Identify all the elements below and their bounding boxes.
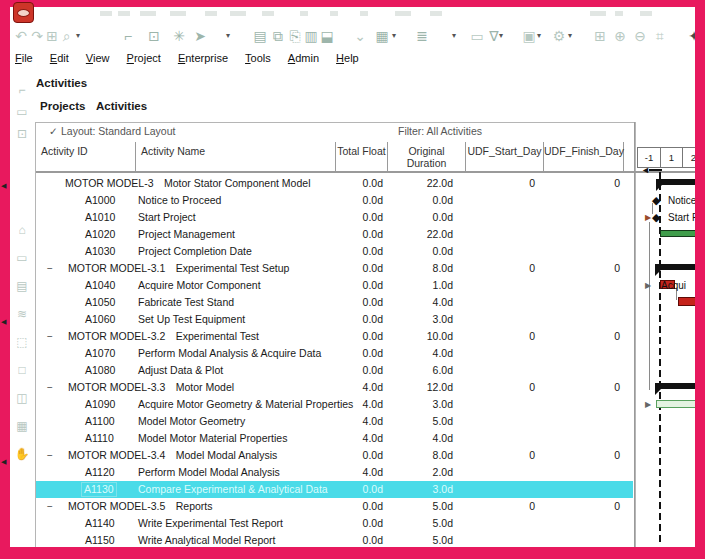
menu-admin[interactable]: Admin: [288, 52, 319, 64]
activities-icon[interactable]: ▭: [13, 250, 31, 266]
dropdown-caret-icon[interactable]: ▾: [568, 31, 572, 40]
expenses-icon[interactable]: ≋: [13, 306, 31, 322]
resource-icon[interactable]: ⊞: [592, 26, 608, 46]
gantt-summary-bar[interactable]: [656, 179, 697, 185]
pointer-icon[interactable]: ➤: [192, 26, 208, 46]
tab-projects[interactable]: Projects: [40, 100, 85, 112]
gantt-summary-bar[interactable]: [655, 383, 697, 389]
column-header-activity-id[interactable]: Activity ID: [36, 142, 136, 171]
bars-icon[interactable]: ≣: [414, 26, 430, 46]
table-gantt-splitter[interactable]: [634, 122, 635, 547]
box-icon[interactable]: ▭: [469, 26, 485, 46]
table-row[interactable]: A1040Acquire Motor Component0.0d1.0d: [36, 277, 633, 294]
assign-icon[interactable]: ⊡: [146, 26, 162, 46]
redo-icon[interactable]: ↷: [29, 26, 45, 46]
report-icon[interactable]: ▥: [303, 26, 319, 46]
dropdown-caret-icon[interactable]: ▾: [76, 31, 80, 40]
table-row[interactable]: A1120Perform Model Modal Analysis4.0d2.0…: [36, 464, 633, 481]
table-row[interactable]: A1090Acquire Motor Geometry & Material P…: [36, 396, 633, 413]
dropdown-caret-icon[interactable]: ▾: [226, 31, 230, 40]
column-header-original-duration[interactable]: Original Duration: [388, 142, 466, 171]
projects-icon[interactable]: ⌐: [13, 82, 31, 98]
menu-enterprise[interactable]: Enterprise: [178, 52, 228, 64]
table-row[interactable]: A1140Write Experimental Test Report0.0d5…: [36, 515, 633, 532]
collapse-arrow-icon[interactable]: ◀: [1, 182, 9, 190]
undo-icon[interactable]: ↶: [13, 26, 29, 46]
group-row[interactable]: −MOTOR MODEL-3 Motor Stator Component Mo…: [36, 175, 633, 192]
collapse-icon[interactable]: −: [45, 260, 55, 277]
table-row[interactable]: A1020Project Management0.0d22.0d: [36, 226, 633, 243]
tab-activities[interactable]: Activities: [96, 100, 147, 112]
table-row[interactable]: A1000Notice to Proceed0.0d0.0d: [36, 192, 633, 209]
group-row[interactable]: −MOTOR MODEL-3.3 Motor Model4.0d12.0d00: [36, 379, 633, 396]
column-header-activity-name[interactable]: Activity Name: [136, 142, 336, 171]
column-header-total-float[interactable]: Total Float: [336, 142, 388, 171]
corner-icon[interactable]: ⌐: [120, 26, 136, 46]
layout-options-bar[interactable]: ✓ Layout: Standard Layout Filter: All Ac…: [35, 122, 634, 141]
zoom-out-icon[interactable]: ⊖: [632, 26, 648, 46]
dropdown-caret-icon[interactable]: ▾: [537, 31, 541, 40]
gantt-summary-bar[interactable]: [655, 264, 697, 270]
table-row[interactable]: A1070Perform Modal Analysis & Acquire Da…: [36, 345, 633, 362]
paste-icon[interactable]: ⎘: [287, 26, 303, 46]
window-icon[interactable]: ▤: [252, 26, 268, 46]
resources-icon[interactable]: ▭: [13, 104, 31, 120]
table-row[interactable]: A1110Model Motor Material Properties4.0d…: [36, 430, 633, 447]
collapse-arrow-icon[interactable]: ◀: [1, 458, 9, 466]
column-header-udf-start-day[interactable]: UDF_Start_Day: [466, 142, 544, 171]
menu-tools[interactable]: Tools: [245, 52, 271, 64]
column-header-udf-finish-day[interactable]: UDF_Finish_Day: [544, 142, 624, 171]
dropdown-caret-icon[interactable]: ▾: [499, 31, 503, 40]
star-icon[interactable]: ✳: [171, 26, 187, 46]
home-icon[interactable]: ⌂: [13, 222, 31, 238]
group-row[interactable]: −MOTOR MODEL-3.4 Model Modal Analysis0.0…: [36, 447, 633, 464]
dropdown-caret-icon[interactable]: ▾: [452, 31, 456, 40]
collapse-icon[interactable]: −: [45, 498, 55, 515]
zoom-in-icon[interactable]: ⊕: [612, 26, 628, 46]
timescale-cell[interactable]: 1: [660, 147, 683, 168]
print-icon[interactable]: ⬓: [319, 26, 335, 46]
schedule-icon[interactable]: ▦: [374, 26, 390, 46]
table-row[interactable]: A1050Fabricate Test Stand0.0d4.0d: [36, 294, 633, 311]
table-row[interactable]: A1030Project Completion Date0.0d0.0d: [36, 243, 633, 260]
gantt-task-bar[interactable]: [656, 400, 697, 408]
menu-project[interactable]: Project: [127, 52, 161, 64]
collapse-icon[interactable]: −: [45, 447, 55, 464]
gantt-milestone-icon[interactable]: ◆: [652, 211, 660, 223]
thresholds-icon[interactable]: ⬚: [13, 334, 31, 350]
add-icon[interactable]: ⊞: [44, 26, 60, 46]
collapse-icon[interactable]: −: [36, 175, 37, 192]
total-float-value: 0.0d: [321, 175, 383, 192]
menu-file[interactable]: File: [15, 52, 33, 64]
gantt-milestone-icon[interactable]: ◆: [652, 194, 660, 206]
feedback-icon[interactable]: ✋: [13, 446, 31, 462]
group-row[interactable]: −MOTOR MODEL-3.2 Experimental Test0.0d10…: [36, 328, 633, 345]
collapse-icon[interactable]: −: [45, 328, 55, 345]
table-row[interactable]: A1060Set Up Test Equipment0.0d3.0d: [36, 311, 633, 328]
group-icon[interactable]: ▣: [521, 26, 537, 46]
dropdown-caret-icon[interactable]: ▾: [392, 31, 396, 40]
copy-icon[interactable]: ⧉: [270, 26, 286, 46]
group-row[interactable]: −MOTOR MODEL-3.1 Experimental Test Setup…: [36, 260, 633, 277]
table-row[interactable]: A1150Write Analytical Model Report0.0d5.…: [36, 532, 633, 547]
gantt-task-bar[interactable]: [660, 230, 697, 237]
collapse-icon[interactable]: ⌄: [352, 26, 368, 46]
table-row[interactable]: A1010Start Project0.0d0.0d: [36, 209, 633, 226]
table-row[interactable]: A1100Model Motor Geometry4.0d5.0d: [36, 413, 633, 430]
menu-view[interactable]: View: [86, 52, 110, 64]
search-icon[interactable]: ⌕: [59, 26, 75, 46]
issues-icon[interactable]: □: [13, 362, 31, 378]
risks-icon[interactable]: ◫: [13, 390, 31, 406]
collapse-arrow-icon[interactable]: ◀: [1, 318, 9, 326]
table-row[interactable]: A1080Adjust Data & Plot0.0d6.0d: [36, 362, 633, 379]
collapse-icon[interactable]: −: [45, 379, 55, 396]
fit-icon[interactable]: ⌗: [652, 26, 668, 46]
group-row[interactable]: −MOTOR MODEL-3.5 Reports0.0d5.0d00: [36, 498, 633, 515]
tools-icon[interactable]: ⚙: [551, 26, 567, 46]
table-row[interactable]: A1130Compare Experimental & Analytical D…: [36, 481, 633, 498]
menu-help[interactable]: Help: [336, 52, 359, 64]
reports-icon[interactable]: ⊡: [13, 126, 31, 142]
documents-icon[interactable]: ▦: [13, 418, 31, 434]
menu-edit[interactable]: Edit: [50, 52, 69, 64]
wbs-icon[interactable]: ▤: [13, 278, 31, 294]
